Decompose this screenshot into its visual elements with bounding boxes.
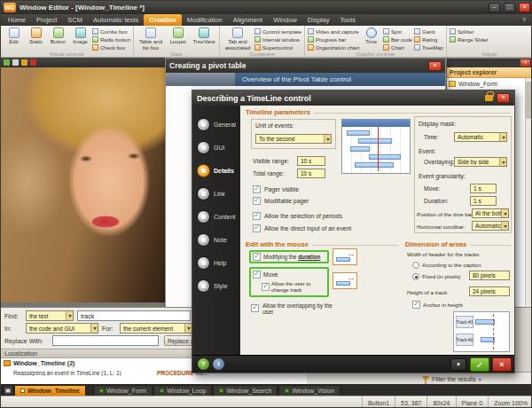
- status-zoom[interactable]: Zoom 100%: [488, 396, 532, 408]
- in-combo[interactable]: the code and GUI: [26, 323, 98, 333]
- ribbon-item-check-box[interactable]: Check box: [92, 44, 130, 51]
- tab-details[interactable]: Details: [192, 159, 240, 182]
- cancel-button[interactable]: ×: [492, 357, 512, 372]
- minimize-button[interactable]: –: [489, 3, 500, 12]
- unit-of-events-combo[interactable]: To the second: [255, 134, 332, 144]
- doc-tab-window-vision[interactable]: Window_Vision: [278, 385, 340, 396]
- modify-duration-checkbox[interactable]: ✓: [253, 253, 261, 261]
- ribbon-item-combo-box[interactable]: Combo box: [92, 28, 130, 35]
- ribbon-item-image[interactable]: Image: [70, 27, 90, 45]
- tab-tools[interactable]: Tools: [334, 14, 361, 26]
- timeline-close-button[interactable]: ×: [497, 93, 510, 103]
- tab-note[interactable]: Note: [192, 228, 240, 251]
- search-input[interactable]: track: [77, 310, 191, 321]
- ribbon-item-treeview[interactable]: TreeView: [192, 27, 216, 45]
- help-button[interactable]: ?: [198, 358, 209, 370]
- maximize-button[interactable]: □: [504, 3, 515, 12]
- tab-help[interactable]: Help: [192, 251, 240, 274]
- selection-periods-checkbox[interactable]: ✓: [253, 212, 261, 220]
- ribbon-item-button[interactable]: Button: [48, 27, 68, 45]
- pager-visible-checkbox[interactable]: ✓: [253, 185, 261, 193]
- ribbon-item-gantt[interactable]: Gantt: [414, 28, 443, 35]
- horizontal-scrollbar-combo[interactable]: Automatic: [472, 221, 509, 231]
- filter-results-bar[interactable]: Filter the results ▾: [307, 372, 532, 385]
- ribbon-item-edit[interactable]: Edit: [4, 27, 24, 45]
- timebar-position-combo[interactable]: At the bott...: [472, 208, 509, 218]
- explorer-header[interactable]: Project explorer: [447, 67, 532, 78]
- tab-window[interactable]: Window: [268, 14, 302, 26]
- explorer-close-icon[interactable]: ×: [520, 59, 530, 67]
- ok-button[interactable]: ✓: [470, 357, 489, 372]
- fixed-pixels-radio[interactable]: [412, 273, 419, 280]
- ribbon-item-splitter[interactable]: Splitter: [450, 28, 489, 35]
- scrollbar-thumb[interactable]: [526, 82, 531, 119]
- tab-display[interactable]: Display: [302, 14, 335, 26]
- doc-tab-window-timeline[interactable]: Window_Timeline: [14, 385, 86, 396]
- modifiable-pager-checkbox[interactable]: ✓: [253, 197, 261, 205]
- doc-tab-window-loop[interactable]: Window_Loop: [153, 385, 212, 396]
- timeline-dialog-header[interactable]: Describing a TimeLine control ×: [192, 90, 514, 106]
- ribbon-item-organization-chart[interactable]: Organization chart: [308, 44, 359, 51]
- tab-list-icon[interactable]: [3, 385, 13, 396]
- tab-modification[interactable]: Modification: [182, 14, 228, 26]
- doc-tab-window-form[interactable]: Window_Form: [93, 385, 153, 396]
- ribbon-item-table-list-box[interactable]: Table and list box: [137, 27, 165, 51]
- tab-gui[interactable]: GUI: [192, 136, 240, 159]
- ribbon-item-radio-button[interactable]: Radio button: [92, 36, 130, 43]
- ribbon-item-control-template[interactable]: Control template: [254, 28, 301, 35]
- visible-range-field[interactable]: 10 s: [297, 156, 325, 166]
- track-height-field[interactable]: 24 pixels: [469, 286, 510, 296]
- tab-scm[interactable]: SCM: [62, 14, 88, 26]
- ribbon-item-rating[interactable]: Rating: [414, 36, 443, 43]
- ribbon-item-supercontrol[interactable]: Supercontrol: [254, 44, 301, 51]
- pivot-close-button[interactable]: ×: [428, 61, 442, 71]
- duration-field[interactable]: 1 s: [470, 196, 497, 206]
- info-button[interactable]: i: [213, 358, 224, 370]
- tab-project[interactable]: Project: [31, 14, 62, 26]
- time-combo[interactable]: Automatic: [454, 132, 507, 142]
- find-type-combo[interactable]: the text: [26, 310, 74, 321]
- ribbon-item-looper[interactable]: Looper: [167, 27, 190, 45]
- overlaying-combo[interactable]: Side by side: [454, 157, 507, 167]
- tab-link[interactable]: Link: [192, 182, 240, 205]
- tab-automatic-tests[interactable]: Automatic tests: [88, 14, 144, 26]
- close-button[interactable]: ×: [519, 3, 530, 12]
- help-icon[interactable]: ?: [517, 14, 531, 26]
- according-caption-radio[interactable]: [412, 262, 419, 269]
- total-range-field[interactable]: 10 s: [297, 169, 325, 178]
- tab-general[interactable]: General: [192, 113, 240, 136]
- anchor-height-checkbox[interactable]: ✓: [412, 301, 420, 309]
- ribbon-item-static[interactable]: Static: [26, 27, 46, 45]
- tab-alignment[interactable]: Alignment: [228, 14, 268, 26]
- record-icon[interactable]: [30, 59, 36, 66]
- ribbon-item-internal-window[interactable]: Internal window: [254, 36, 301, 43]
- replace-input[interactable]: [52, 335, 159, 346]
- tab-home[interactable]: Home: [3, 14, 31, 26]
- for-combo[interactable]: the current element: [120, 323, 192, 333]
- move-field[interactable]: 1 s: [470, 184, 497, 193]
- ribbon-item-progress-bar[interactable]: Progress bar: [308, 36, 359, 43]
- direct-input-checkbox[interactable]: ✓: [253, 224, 261, 232]
- ribbon-item-video-capture[interactable]: Video and capture: [308, 28, 359, 35]
- ribbon-item-range-slider[interactable]: Range Slider: [450, 36, 489, 43]
- tree-item-window-form[interactable]: Window_Form: [449, 81, 497, 87]
- change-track-checkbox[interactable]: ✓: [262, 283, 270, 291]
- ribbon-item-treemap[interactable]: TreeMap: [414, 44, 443, 51]
- tab-creation[interactable]: Creation: [144, 14, 181, 26]
- tab-style[interactable]: Style: [192, 274, 240, 297]
- tab-content[interactable]: Content: [192, 205, 240, 228]
- move-checkbox[interactable]: ✓: [253, 271, 261, 279]
- ribbon-item-time[interactable]: Time: [361, 27, 381, 45]
- ribbon-item-spin[interactable]: Spin: [383, 28, 412, 35]
- expand-button[interactable]: ▾: [450, 358, 466, 371]
- fixed-width-field[interactable]: 80 pixels: [469, 271, 510, 280]
- run-icon[interactable]: [4, 59, 10, 66]
- pivot-dialog-header[interactable]: Creating a pivot table ×: [166, 59, 445, 73]
- ribbon-item-chart[interactable]: Chart: [383, 44, 412, 51]
- save-icon[interactable]: [12, 59, 19, 66]
- doc-tab-window-search[interactable]: Window_Search: [213, 385, 278, 396]
- ribbon-item-bar-code[interactable]: Bar code: [383, 36, 412, 43]
- ribbon-item-tab-associated[interactable]: Tab and associated: [223, 27, 253, 51]
- overlap-checkbox[interactable]: ✓: [251, 304, 259, 312]
- edit-mode-icon[interactable]: [21, 59, 27, 66]
